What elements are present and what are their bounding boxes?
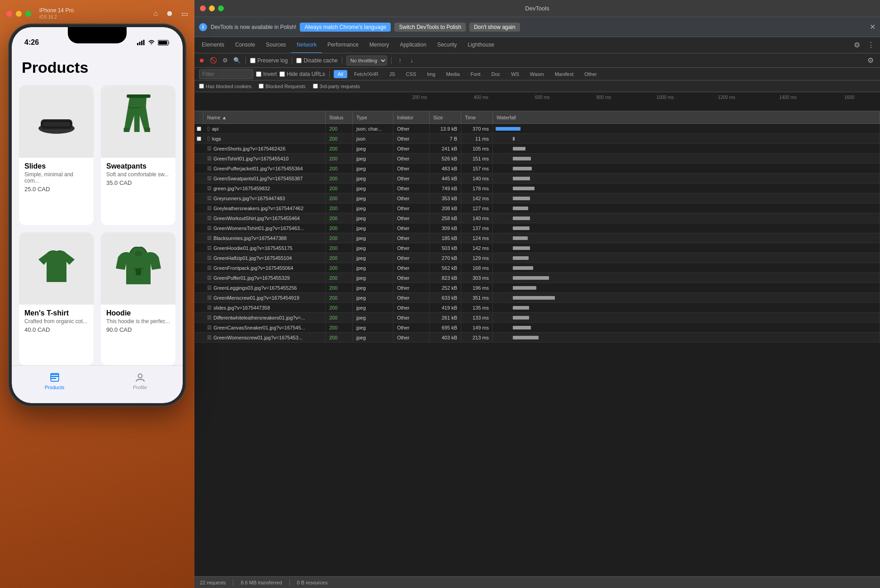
tab-memory[interactable]: Memory [364,37,394,53]
devtools-close-dot[interactable] [200,5,206,11]
disable-cache-label[interactable]: Disable cache [296,57,337,64]
tab-lighthouse[interactable]: Lighthouse [462,37,500,53]
filter-js[interactable]: JS [385,70,399,78]
clear-button[interactable]: 🚫 [209,56,218,65]
table-row[interactable]: 🖼 GreenHoodie01.jpg?v=1675455175 200 jpe… [194,243,880,253]
table-row[interactable]: 🖼 Differentwhiteleathersneakers01.jpg?v=… [194,313,880,323]
product-info-tshirt: Men's T-shirt Crafted from organic cot..… [19,305,94,339]
filter-css[interactable]: CSS [402,70,421,78]
filter-doc[interactable]: Doc [487,70,505,78]
filter-font[interactable]: Font [467,70,485,78]
tab-application[interactable]: Application [394,37,432,53]
match-language-button[interactable]: Always match Chrome's language [300,23,391,32]
tab-sources[interactable]: Sources [260,37,291,53]
td-waterfall [493,124,880,133]
filter-manifest[interactable]: Manifest [551,70,578,78]
table-row[interactable]: 🖼 GreenPufferjacket01.jpg?v=1675455364 2… [194,164,880,174]
import-button[interactable]: ↑ [396,56,405,65]
hide-data-urls-checkbox[interactable] [279,71,285,77]
tab-security[interactable]: Security [432,37,462,53]
blocked-cookies-checkbox[interactable] [199,84,204,89]
filter-all[interactable]: All [334,70,347,78]
td-time: 142 ms [461,193,493,203]
product-card-hoodie[interactable]: Hoodie This hoodie is the perfec... 90.0… [101,232,175,366]
record-icon[interactable]: ⏺ [166,9,173,18]
th-type[interactable]: Type [353,111,393,123]
filter-wasm[interactable]: Wasm [526,70,548,78]
third-party-label[interactable]: 3rd-party requests [313,84,360,89]
network-settings-icon[interactable]: ⚙ [864,56,877,65]
export-button[interactable]: ↓ [407,56,416,65]
filter-img[interactable]: Img [423,70,439,78]
table-row[interactable]: 🖼 green.jpg?v=1675459832 200 jpeg Other … [194,183,880,193]
record-button[interactable]: ⏺ [197,56,206,65]
table-row[interactable]: 🖼 GreenPuffer01.jpg?v=1675455329 200 jpe… [194,273,880,283]
product-card-slides[interactable]: Slides Simple, minimal and com... 25.0 C… [19,85,94,225]
blocked-requests-label[interactable]: Blocked Requests [259,84,306,89]
table-row[interactable]: 🖼 GreenCanvasSneaker01.jpg?v=167545... 2… [194,323,880,333]
th-initiator[interactable]: Initiator [393,111,430,123]
devtools-maximize-dot[interactable] [218,5,224,11]
invert-label[interactable]: Invert [256,71,277,77]
blocked-cookies-label[interactable]: Has blocked cookies [199,84,251,89]
blocked-requests-checkbox[interactable] [259,84,264,89]
home-icon[interactable]: ⌂ [153,9,158,18]
tab-network[interactable]: Network [291,37,322,53]
table-row[interactable]: 🖼 GreenMenscrew01.jpg?v=1675454919 200 j… [194,293,880,303]
tab-elements[interactable]: Elements [196,37,230,53]
devtools-more-icon[interactable]: ⋮ [864,41,878,49]
tab-profile[interactable]: Profile [127,372,154,390]
table-row[interactable]: 🖼 GreenWorkoutShirt.jpg?v=1675455464 200… [194,213,880,223]
td-time: 168 ms [461,263,493,273]
filter-ws[interactable]: WS [507,70,523,78]
table-row[interactable]: 🖼 GreenLeggings03.jpg?v=1675455256 200 j… [194,283,880,293]
table-row[interactable]: 🖼 Greyrunners.jpg?v=1675447483 200 jpeg … [194,193,880,203]
table-row[interactable]: 🖼 Greyleathersneakers.jpg?v=1675447462 2… [194,203,880,213]
table-row[interactable]: 🖼 Blacksunnies.jpg?v=1675447388 200 jpeg… [194,233,880,243]
table-row[interactable]: {} api 200 json; char... Other 13.9 kB 3… [194,124,880,134]
throttle-select[interactable]: No throttling [346,56,387,66]
table-row[interactable]: {} logs 200 json Other 7 B 11 ms [194,134,880,144]
hide-data-urls-label[interactable]: Hide data URLs [279,71,325,77]
invert-checkbox[interactable] [256,71,261,77]
td-status: 200 [326,124,353,133]
table-row[interactable]: 🖼 GreenWomensTshirt01.jpg?v=1675463... 2… [194,223,880,233]
mac-close-dot[interactable] [6,11,12,17]
third-party-checkbox[interactable] [313,84,318,89]
search-button[interactable]: 🔍 [232,56,241,65]
th-size[interactable]: Size [430,111,461,123]
tab-console[interactable]: Console [230,37,260,53]
product-card-tshirt[interactable]: Men's T-shirt Crafted from organic cot..… [19,232,94,366]
filter-button[interactable]: ⚙ [221,56,230,65]
tab-performance[interactable]: Performance [322,37,364,53]
preserve-log-checkbox[interactable] [250,58,255,63]
table-row[interactable]: 🖼 GreenSweatpants01.jpg?v=1675455387 200… [194,174,880,183]
switch-to-polish-button[interactable]: Switch DevTools to Polish [394,23,465,32]
tab-products[interactable]: Products [41,372,68,390]
table-row[interactable]: 🖼 GreenWomenscrew01.jpg?v=1675453... 200… [194,333,880,343]
mac-minimize-dot[interactable] [16,11,22,17]
filter-media[interactable]: Media [442,70,464,78]
disable-cache-checkbox[interactable] [296,58,302,63]
filter-input[interactable] [199,69,253,79]
product-card-sweatpants[interactable]: Sweatpants Soft and comfortable sw... 35… [101,85,175,225]
devtools-minimize-dot[interactable] [209,5,215,11]
table-row[interactable]: 🖼 GreenFrontpack.jpg?v=1675455064 200 jp… [194,263,880,273]
th-time[interactable]: Time [461,111,493,123]
filter-other[interactable]: Other [580,70,601,78]
th-waterfall[interactable]: Waterfall [493,111,880,123]
th-name[interactable]: Name ▲ [203,111,326,123]
preserve-log-label[interactable]: Preserve log [250,57,288,64]
table-row[interactable]: 🖼 GreenHalfzip01.jpg?v=1675455104 200 jp… [194,253,880,263]
dont-show-again-button[interactable]: Don't show again [469,23,520,32]
devtools-settings-icon[interactable]: ⚙ [850,41,864,49]
mac-maximize-dot[interactable] [25,11,31,17]
td-waterfall [493,333,880,342]
table-row[interactable]: 🖼 GreenShorts.jpg?v=1675462426 200 jpeg … [194,144,880,154]
table-row[interactable]: 🖼 GreenTshirt01.jpg?v=1675455410 200 jpe… [194,154,880,164]
info-close-button[interactable]: ✕ [870,23,875,31]
filter-fetch-xhr[interactable]: Fetch/XHR [350,70,383,78]
th-status[interactable]: Status [326,111,353,123]
screen-icon[interactable]: ▭ [181,9,188,18]
table-row[interactable]: 🖼 slides.jpg?v=1675447358 200 jpeg Other… [194,303,880,313]
